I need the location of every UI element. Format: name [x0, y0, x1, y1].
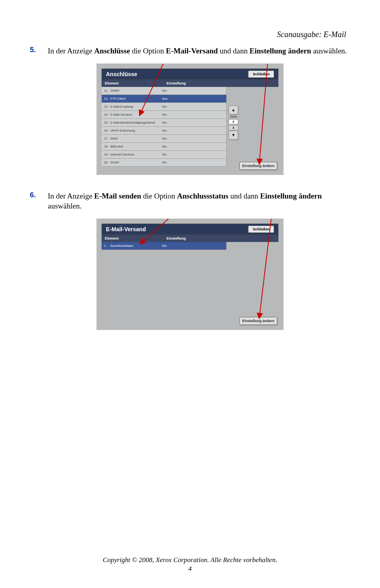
table-row[interactable]: 16.UPnP-ErkennungEin	[102, 127, 227, 135]
b: Einstellung ändern	[249, 47, 311, 55]
step-text: In der Anzeige E-Mail senden die Option …	[48, 191, 350, 211]
footer-page-number: 4	[0, 565, 380, 573]
table-row[interactable]: 13.E-Mail-EmpfangEin	[102, 103, 227, 111]
row-number: 1.	[104, 244, 110, 248]
step-6: 6. In der Anzeige E-Mail senden die Opti…	[30, 191, 350, 330]
change-setting-button[interactable]: Einstellung ändern	[239, 162, 277, 170]
table-row[interactable]: 14.E-Mail-VersandEin	[102, 111, 227, 119]
table-row[interactable]: 12.FTP-ClientAus	[102, 95, 227, 103]
row-name: E-Mail-Empfang	[110, 105, 162, 108]
page-current: 2	[229, 119, 238, 124]
page-total: 3	[229, 125, 238, 130]
t: In der Anzeige	[48, 47, 94, 55]
table-row[interactable]: 17.WSDEin	[102, 135, 227, 143]
b: Anschlussstatus	[177, 192, 229, 200]
row-name: E-Mail-Benachrichtigungsdienst	[110, 121, 162, 124]
row-number: 16.	[104, 129, 110, 132]
row-name: SNMP	[110, 89, 162, 92]
row-name: Anschlussstatus	[110, 244, 162, 248]
b: Anschlüsse	[94, 47, 130, 55]
row-name: WSD	[110, 137, 162, 140]
row-value: Ein	[162, 137, 224, 140]
t: auswählen.	[48, 202, 82, 210]
change-setting-button[interactable]: Einstellung ändern	[239, 317, 277, 325]
email-versand-panel: E-Mail-Versand Schließen Element Einstel…	[96, 218, 284, 330]
row-number: 14.	[104, 113, 110, 116]
table-row[interactable]: 11.SNMPEin	[102, 87, 227, 95]
step-text: In der Anzeige Anschlüsse die Option E-M…	[48, 46, 350, 56]
row-value: Ein	[162, 129, 224, 132]
row-number: 11.	[104, 89, 110, 92]
t: auswählen.	[311, 47, 347, 55]
row-number: 18.	[104, 145, 110, 148]
row-number: 15.	[104, 121, 110, 124]
row-name: BMLinkS	[110, 145, 162, 148]
table-header: Element Einstellung	[102, 80, 278, 87]
table-rows: 11.SNMPEin12.FTP-ClientAus13.E-Mail-Empf…	[102, 87, 227, 167]
scroll-down-button[interactable]: ▼	[229, 131, 238, 140]
close-button[interactable]: Schließen	[248, 226, 274, 233]
row-name: UPnP-Erkennung	[110, 129, 162, 132]
t: die Option	[130, 47, 166, 55]
row-value: Ein	[162, 161, 224, 164]
b: E-Mail senden	[94, 192, 141, 200]
panel-header: E-Mail-Versand Schließen	[102, 224, 278, 235]
row-name: FTP-Client	[110, 97, 162, 100]
row-value: Ein	[162, 113, 224, 116]
step-number: 6.	[30, 191, 36, 199]
table-row[interactable]: 19.Internet-ServicesEin	[102, 151, 227, 159]
row-value: Ein	[162, 153, 224, 156]
row-name: Internet-Services	[110, 153, 162, 156]
table-row[interactable]: 18.BMLinkSEin	[102, 143, 227, 151]
row-value: Ein	[162, 121, 224, 124]
step-number: 5.	[30, 46, 36, 54]
table-row[interactable]: 15.E-Mail-BenachrichtigungsdienstEin	[102, 119, 227, 127]
table-row[interactable]: 20.SOAPEin	[102, 159, 227, 167]
t: die Option	[141, 192, 177, 200]
row-value: Ein	[162, 145, 224, 148]
row-value: Ein	[162, 105, 224, 108]
row-value: Ein	[162, 89, 224, 92]
row-name: SOAP	[110, 161, 162, 164]
anschluesse-panel: Anschlüsse Schließen Element Einstellung…	[96, 63, 284, 175]
panel-title: E-Mail-Versand	[106, 226, 146, 232]
t: In der Anzeige	[48, 192, 94, 200]
row-value: Ein	[162, 244, 224, 248]
col-element: Element	[105, 81, 166, 85]
b: Einstellung ändern	[260, 192, 322, 200]
page-label: Seite	[230, 115, 237, 118]
row-number: 13.	[104, 105, 110, 108]
b: E-Mail-Versand	[166, 47, 218, 55]
panel-header: Anschlüsse Schließen	[102, 69, 278, 80]
col-setting: Einstellung	[166, 236, 232, 240]
scroll-up-button[interactable]: ▲	[229, 106, 238, 114]
row-number: 20.	[104, 161, 110, 164]
table-header: Element Einstellung	[102, 235, 278, 242]
col-element: Element	[105, 236, 166, 240]
footer-copyright: Copyright © 2008, Xerox Corporation. All…	[0, 556, 380, 564]
table-row[interactable]: 1.AnschlussstatusEin	[102, 242, 227, 250]
page-header: Scanausgabe: E-Mail	[277, 30, 346, 39]
scroll-widget: ▲ Seite 2 3 ▼	[227, 106, 239, 140]
row-name: E-Mail-Versand	[110, 113, 162, 116]
row-number: 12.	[104, 97, 110, 100]
row-number: 17.	[104, 137, 110, 140]
row-value: Aus	[162, 97, 224, 100]
step-5: 5. In der Anzeige Anschlüsse die Option …	[30, 46, 350, 175]
t: und dann	[228, 192, 260, 200]
t: und dann	[218, 47, 250, 55]
row-number: 19.	[104, 153, 110, 156]
close-button[interactable]: Schließen	[248, 71, 274, 78]
col-setting: Einstellung	[166, 81, 232, 85]
table-rows: 1.AnschlussstatusEin	[102, 242, 227, 250]
panel-title: Anschlüsse	[106, 71, 137, 77]
